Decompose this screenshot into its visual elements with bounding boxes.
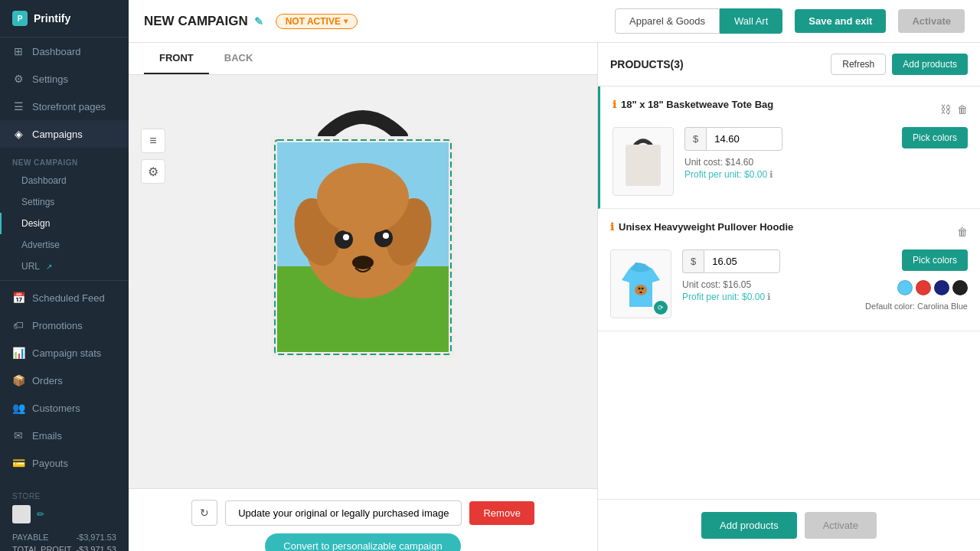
sidebar-item-campaigns[interactable]: ◈ Campaigns [0,120,129,148]
svg-rect-14 [626,145,661,186]
canvas-tab-front[interactable]: FRONT [144,43,209,74]
product-actions-tote: Pick colors [902,127,968,148]
sidebar-item-label: Customers [32,403,80,414]
color-swatch-blue[interactable] [897,280,913,295]
payouts-icon: 💳 [12,457,24,469]
color-swatch-red[interactable] [916,280,931,295]
refresh-products-button[interactable]: Refresh [831,54,886,75]
product-type-tabs: Apparel & Goods Wall Art [615,8,782,34]
sidebar-item-customers[interactable]: 👥 Customers [0,394,129,422]
product-delete-icon-hoodie[interactable]: 🗑 [957,226,968,238]
product-delete-icon-tote[interactable]: 🗑 [957,103,968,116]
product-row-tote: $ Unit cost: $14.60 Profit per unit: $0.… [612,127,968,196]
store-avatar [12,505,31,523]
svg-point-18 [639,292,642,293]
product-thumb-hoodie: ⟳ [610,249,671,318]
svg-point-9 [343,234,349,240]
unit-cost-hoodie: Unit cost: $16.05 [682,279,854,290]
campaign-stats-icon: 📊 [12,347,24,359]
hoodie-thumb-edit-icon[interactable]: ⟳ [654,301,668,315]
sidebar-item-label: Promotions [32,320,83,331]
pick-colors-button-hoodie[interactable]: Pick colors [902,249,968,271]
emails-icon: ✉ [12,429,24,442]
sidebar-sub-design[interactable]: Design [0,213,129,234]
canvas-tools: ≡ ⚙ [141,129,165,184]
update-image-button[interactable]: Update your original or legally purchase… [225,500,462,526]
products-panel-title: PRODUCTS(3) [610,58,684,70]
save-exit-button[interactable]: Save and exit [795,9,886,33]
sidebar-item-label: Dashboard [32,46,81,57]
sidebar-item-settings[interactable]: ⚙ Settings [0,65,129,93]
price-input-hoodie[interactable] [704,249,780,273]
sidebar-item-label: Scheduled Feed [32,292,105,304]
link-tool-button[interactable]: ⚙ [141,159,165,184]
profit-info-icon-tote[interactable]: ℹ [769,169,773,180]
sidebar-sub-url[interactable]: URL ↗ [0,256,129,277]
add-products-footer-button[interactable]: Add products [701,512,797,539]
svg-point-16 [639,288,641,290]
add-products-header-button[interactable]: Add products [892,54,968,75]
sub-item-label: Design [21,218,50,229]
product-actions-hoodie: Pick colors Default color: Carolina Blue [865,249,968,311]
product-preview [225,90,501,473]
external-link-icon: ↗ [46,262,52,271]
sidebar-item-label: Orders [32,375,63,386]
sidebar-item-dashboard[interactable]: ⊞ Dashboard [0,37,129,65]
svg-point-7 [335,230,353,249]
update-image-label: Update your original or legally purchase… [238,507,449,519]
activate-button-top[interactable]: Activate [898,9,965,33]
product-name-tote: ℹ 18" x 18" Basketweave Tote Bag [612,99,773,110]
edit-campaign-icon[interactable]: ✎ [254,15,263,28]
product-icons-tote: ⛓ 🗑 [940,103,968,116]
topbar: NEW CAMPAIGN ✎ NOT ACTIVE ▾ Apparel & Go… [129,0,980,43]
product-details-hoodie: $ Unit cost: $16.05 Profit per unit: $0.… [682,249,854,302]
personalize-button[interactable]: Convert to personalizable campaign [265,533,460,551]
campaign-status-badge[interactable]: NOT ACTIVE ▾ [276,14,358,29]
sidebar-item-emails[interactable]: ✉ Emails [0,422,129,449]
sidebar-item-label: Payouts [32,458,68,469]
sidebar-item-storefront[interactable]: ☰ Storefront pages [0,93,129,120]
canvas-tab-bar: FRONT BACK [129,43,597,75]
currency-prefix-tote: $ [684,127,706,151]
color-swatch-black[interactable] [952,280,968,295]
price-input-tote[interactable] [706,127,782,151]
sidebar-sub-dashboard[interactable]: Dashboard [0,170,129,191]
campaigns-icon: ◈ [12,128,24,140]
products-panel-header: PRODUCTS(3) Refresh Add products [598,43,980,86]
activate-footer-button[interactable]: Activate [805,512,877,539]
refresh-image-button[interactable]: ↻ [191,500,217,526]
product-link-icon-tote[interactable]: ⛓ [940,103,951,116]
dashboard-icon: ⊞ [12,45,24,57]
sidebar-item-label: Storefront pages [32,101,106,112]
tab-apparel[interactable]: Apparel & Goods [615,8,720,34]
sidebar-sub-settings[interactable]: Settings [0,191,129,213]
sidebar-item-scheduled-feed[interactable]: 📅 Scheduled Feed [0,284,129,311]
total-profit-value: -$3,971.53 [76,545,116,551]
sub-item-label: Settings [21,197,54,207]
canvas-area: FRONT BACK ≡ ⚙ [129,43,597,551]
profit-info-icon-hoodie[interactable]: ℹ [767,292,771,302]
sidebar-item-label: Campaigns [32,129,83,140]
svg-point-17 [642,288,644,290]
pick-colors-button-tote[interactable]: Pick colors [902,127,968,148]
price-input-group-tote: $ [684,127,891,151]
sidebar-item-orders[interactable]: 📦 Orders [0,367,129,394]
sidebar-sub-advertise[interactable]: Advertise [0,234,129,256]
product-row-hoodie: ⟳ $ Unit cost: $16.05 Profit per unit: $… [610,249,968,318]
color-swatch-navy[interactable] [934,280,949,295]
store-item[interactable]: ✏ [12,505,116,523]
canvas-bottom-actions: ↻ Update your original or legally purcha… [191,500,534,526]
sidebar-item-payouts[interactable]: 💳 Payouts [0,449,129,477]
sidebar-item-promotions[interactable]: 🏷 Promotions [0,311,129,339]
svg-point-11 [352,256,374,269]
product-details-tote: $ Unit cost: $14.60 Profit per unit: $0.… [684,127,891,180]
store-section-label: STORE [12,492,116,500]
product-item-hoodie: ℹ Unisex Heavyweight Pullover Hoodie 🗑 [598,209,980,331]
store-edit-icon[interactable]: ✏ [37,509,44,520]
remove-button[interactable]: Remove [469,501,534,525]
align-tool-button[interactable]: ≡ [141,129,165,153]
color-swatches-hoodie [897,280,968,295]
tab-wall-art[interactable]: Wall Art [720,8,782,34]
canvas-tab-back[interactable]: BACK [209,43,269,74]
sidebar-item-campaign-stats[interactable]: 📊 Campaign stats [0,339,129,367]
